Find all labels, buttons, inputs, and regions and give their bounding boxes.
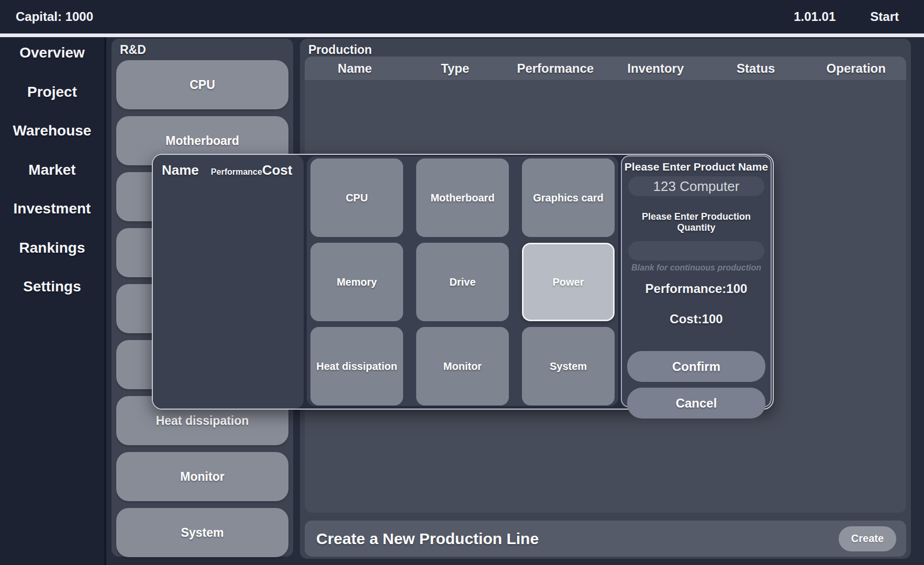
component-button-drive[interactable]: Drive bbox=[416, 243, 509, 321]
sidebar: Overview Project Warehouse Market Invest… bbox=[0, 37, 106, 565]
production-panel-title: Production bbox=[308, 43, 372, 57]
sidebar-item-investment[interactable]: Investment bbox=[0, 189, 104, 229]
create-line-label: Create a New Production Line bbox=[316, 530, 539, 548]
date-display: 1.01.01 bbox=[794, 9, 836, 24]
sidebar-item-market[interactable]: Market bbox=[0, 151, 104, 190]
cost-value: Cost:100 bbox=[622, 312, 771, 326]
rnd-panel-title: R&D bbox=[120, 43, 146, 57]
product-name-label: Please Enter Product Name bbox=[622, 161, 771, 173]
list-header-cost: Cost bbox=[262, 162, 293, 178]
component-grid: CPU Motherboard Graphics card Memory Dri… bbox=[307, 156, 618, 406]
production-footer: Create a New Production Line Create bbox=[305, 521, 906, 557]
product-form: Please Enter Product Name 123 Computer P… bbox=[621, 155, 772, 408]
topbar-divider bbox=[0, 33, 924, 37]
component-button-heat-dissipation[interactable]: Heat dissipation bbox=[310, 327, 403, 405]
sidebar-item-warehouse[interactable]: Warehouse bbox=[0, 111, 104, 151]
product-name-input[interactable]: 123 Computer bbox=[628, 176, 764, 196]
component-button-monitor[interactable]: Monitor bbox=[416, 327, 509, 405]
component-button-graphics-card[interactable]: Graphics card bbox=[522, 159, 615, 237]
sidebar-item-rankings[interactable]: Rankings bbox=[0, 229, 104, 268]
list-header-performance: Performance bbox=[211, 167, 262, 177]
sidebar-item-project[interactable]: Project bbox=[0, 73, 104, 112]
performance-value: Performance:100 bbox=[622, 281, 771, 296]
quantity-input[interactable] bbox=[628, 241, 764, 261]
component-button-system[interactable]: System bbox=[522, 327, 615, 405]
create-button[interactable]: Create bbox=[839, 526, 896, 551]
component-button-power[interactable]: Power bbox=[522, 243, 615, 321]
production-table-header: Name Type Performance Inventory Status O… bbox=[305, 56, 906, 80]
confirm-button[interactable]: Confirm bbox=[627, 351, 765, 382]
new-production-line-dialog: Name Performance Cost CPU Motherboard Gr… bbox=[152, 154, 774, 410]
rnd-button-monitor[interactable]: Monitor bbox=[116, 452, 288, 501]
column-type: Type bbox=[405, 61, 506, 76]
column-operation: Operation bbox=[806, 61, 907, 76]
research-list-header: Name Performance Cost bbox=[153, 155, 304, 178]
sidebar-item-settings[interactable]: Settings bbox=[0, 267, 104, 307]
component-button-cpu[interactable]: CPU bbox=[310, 159, 403, 237]
component-button-motherboard[interactable]: Motherboard bbox=[416, 159, 509, 237]
cancel-button[interactable]: Cancel bbox=[627, 388, 765, 419]
quantity-hint: Blank for continuous production bbox=[622, 263, 771, 273]
list-header-name: Name bbox=[162, 162, 199, 178]
column-performance: Performance bbox=[505, 61, 606, 76]
research-result-list: Name Performance Cost bbox=[153, 155, 304, 409]
column-status: Status bbox=[706, 61, 806, 76]
capital-display: Capital: 1000 bbox=[16, 9, 93, 24]
rnd-button-system[interactable]: System bbox=[116, 508, 288, 557]
start-button[interactable]: Start bbox=[870, 9, 899, 24]
column-inventory: Inventory bbox=[606, 61, 706, 76]
column-name: Name bbox=[305, 61, 405, 76]
rnd-button-cpu[interactable]: CPU bbox=[116, 60, 288, 109]
sidebar-item-overview[interactable]: Overview bbox=[0, 33, 104, 73]
quantity-label: Please Enter Production Quantity bbox=[622, 211, 771, 233]
component-button-memory[interactable]: Memory bbox=[310, 243, 403, 321]
top-bar: Capital: 1000 1.01.01 Start bbox=[0, 0, 924, 33]
